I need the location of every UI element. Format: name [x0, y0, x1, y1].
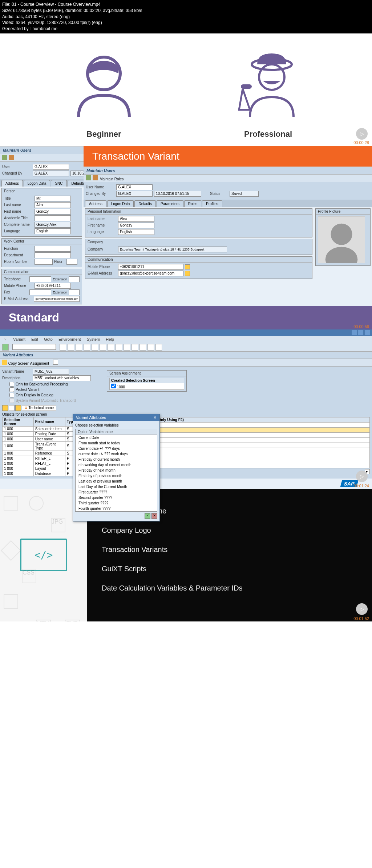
popup-option[interactable]: current date +/- ??? work days [76, 451, 157, 457]
selection-table[interactable]: Selection Screen Field name Typ 1 000Sal… [2, 417, 75, 476]
tab-logon[interactable]: Logon Data [24, 180, 50, 187]
btn-icon[interactable] [2, 405, 8, 411]
popup-option[interactable]: First quarter ???? [76, 489, 157, 495]
mobile-v[interactable] [118, 264, 183, 270]
fax-input[interactable] [29, 289, 51, 295]
copy-btn[interactable]: Copy Screen Assignment [8, 361, 49, 365]
menu-environment[interactable]: Environment [58, 337, 81, 342]
edit-icon[interactable] [185, 271, 190, 276]
tab-defaults-v[interactable]: Defaults [134, 200, 156, 207]
exit-icon[interactable] [76, 344, 82, 351]
print-icon[interactable] [92, 344, 98, 351]
toolbar-icon[interactable] [9, 155, 14, 160]
toolbar-icon[interactable] [93, 175, 98, 180]
table-row[interactable]: 1 000ReferenceS [3, 451, 75, 456]
copy-icon[interactable] [2, 360, 7, 365]
tab-profiles-v[interactable]: Profiles [202, 200, 222, 207]
email-v[interactable] [118, 271, 183, 276]
tab-snc[interactable]: SNC [51, 180, 66, 187]
table-row[interactable]: 1 000DatabaseP [3, 471, 75, 476]
tool-icon[interactable] [147, 344, 154, 351]
mobile-input[interactable] [35, 283, 71, 289]
toolbar-icon[interactable] [86, 175, 91, 180]
tab-parameters-v[interactable]: Parameters [157, 200, 183, 207]
tab-address[interactable]: Address [1, 180, 23, 187]
firstname-input[interactable] [35, 209, 71, 215]
minimize-icon[interactable] [352, 330, 357, 335]
popup-option[interactable]: Third quarter ???? [76, 500, 157, 506]
table-row[interactable]: 1 000Sales order itemS [3, 426, 75, 431]
function-input[interactable] [35, 246, 71, 252]
menu-help[interactable]: Help [106, 337, 114, 342]
department-input[interactable] [35, 252, 71, 258]
menu-arrow-icon[interactable]: ☞ [4, 337, 7, 342]
menu-variant[interactable]: Variant [13, 337, 25, 342]
popup-option[interactable]: Last Day of the Current Month [76, 484, 157, 489]
play-button[interactable]: ▷ [356, 128, 368, 140]
play-button[interactable]: ▷ [356, 603, 368, 615]
tab-address-v[interactable]: Address [85, 200, 106, 207]
toolbar-icon[interactable] [2, 155, 7, 160]
tool-icon[interactable] [132, 344, 138, 351]
edit-icon[interactable] [185, 264, 190, 269]
table-row[interactable]: 1 000User nameS [3, 436, 75, 441]
popup-option[interactable]: Fourth quarter ???? [76, 506, 157, 511]
popup-option[interactable]: Current Date [76, 435, 157, 440]
btn-icon[interactable] [15, 405, 21, 411]
popup-option[interactable]: Last day of previous month [76, 479, 157, 484]
user-input[interactable] [33, 164, 69, 170]
language-v[interactable] [118, 229, 154, 235]
popup-option[interactable]: First day of previous month [76, 473, 157, 479]
tab-roles-v[interactable]: Roles [184, 200, 202, 207]
cancel-icon[interactable]: ✕ [151, 513, 157, 519]
play-button[interactable]: ▷ [356, 471, 368, 482]
tool-icon[interactable] [124, 344, 130, 351]
popup-option[interactable]: From month start to today [76, 440, 157, 446]
floor-input[interactable] [66, 259, 77, 265]
lastname-input[interactable] [35, 202, 71, 208]
firstname-v[interactable] [118, 223, 154, 228]
language-input[interactable] [35, 228, 71, 234]
table-row[interactable]: 1 000RFLAT_LP [3, 461, 75, 466]
command-field[interactable] [12, 344, 56, 350]
title-input[interactable] [35, 196, 71, 201]
popup-close-icon[interactable]: ✕ [153, 415, 157, 420]
screen-check[interactable] [111, 384, 116, 388]
user-input-v[interactable] [116, 184, 153, 190]
tool-icon[interactable] [140, 344, 146, 351]
telephone-input[interactable] [29, 276, 51, 282]
menu-goto[interactable]: Goto [44, 337, 53, 342]
popup-option[interactable]: Second quarter ???? [76, 495, 157, 500]
maximize-icon[interactable] [358, 330, 363, 335]
popup-option[interactable]: First day of next month [76, 468, 157, 473]
popup-option[interactable]: First day of current month [76, 457, 157, 462]
popup-option[interactable]: nth working day of current month [76, 462, 157, 468]
menu-system[interactable]: System [87, 337, 100, 342]
ext-input[interactable] [69, 276, 80, 282]
close-icon[interactable] [365, 330, 370, 335]
info-icon[interactable] [53, 360, 58, 365]
variant-desc-input[interactable] [33, 375, 91, 381]
lastname-v[interactable] [118, 216, 154, 222]
check-catalog[interactable] [9, 393, 14, 397]
find-icon[interactable] [100, 344, 106, 351]
check-protect[interactable] [9, 387, 14, 392]
back-icon[interactable] [68, 344, 74, 351]
faxext-input[interactable] [69, 289, 80, 295]
email-input[interactable] [34, 296, 80, 302]
menu-edit[interactable]: Edit [31, 337, 38, 342]
room-input[interactable] [35, 259, 53, 265]
help-icon[interactable] [155, 344, 162, 351]
check-bg[interactable] [9, 382, 14, 387]
academic-input[interactable] [35, 215, 71, 221]
save-icon[interactable] [60, 344, 66, 351]
tech-name-btn[interactable]: ⚙ Technical name [22, 405, 56, 411]
tab-logon-v[interactable]: Logon Data [107, 200, 134, 207]
table-row[interactable]: 1 000Posting DateS [3, 431, 75, 436]
ok-icon[interactable]: ✓ [145, 513, 150, 519]
check-icon[interactable] [2, 344, 9, 351]
table-row[interactable]: 1 000Trans./Event TypeS [3, 441, 75, 451]
popup-option[interactable]: Current date +/- ??? days [76, 446, 157, 451]
table-row[interactable]: 1 000LayoutP [3, 466, 75, 471]
btn-icon[interactable] [9, 405, 15, 411]
